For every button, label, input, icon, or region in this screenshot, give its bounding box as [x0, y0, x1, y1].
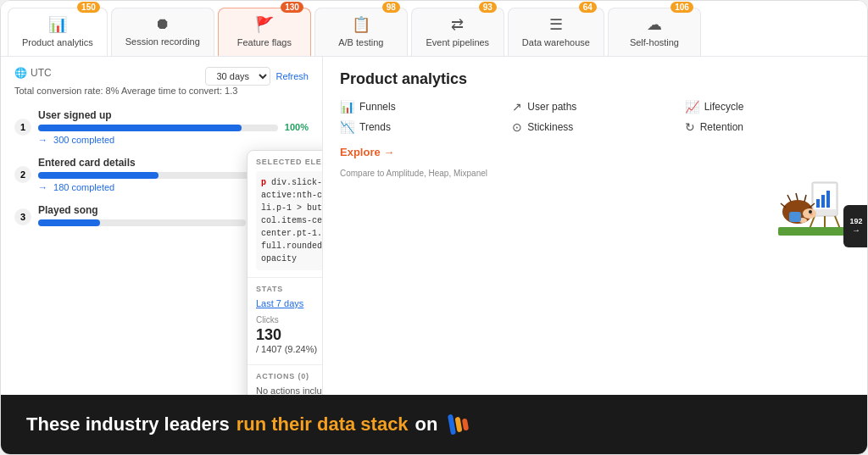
- svg-line-10: [796, 193, 798, 200]
- clicks-value: 130: [256, 326, 317, 344]
- tab-label-data-warehouse: Data warehouse: [522, 37, 590, 47]
- tab-badge-product-analytics: 150: [77, 2, 100, 13]
- next-arrow-button[interactable]: 192 →: [843, 205, 867, 247]
- funnel-step-1: 1 User signed up → 300 completed 100%: [14, 109, 309, 145]
- banner-text-orange: run their data stack: [236, 413, 409, 436]
- popup-stats-row: Clicks 130 / 1407 (9.24%) Ranking # 3: [256, 315, 323, 354]
- banner-text-white: These industry leaders: [26, 413, 230, 436]
- arrow-badge: 192: [849, 217, 862, 225]
- popup-selected-title: SELECTED ELEMENT: [256, 158, 323, 166]
- session-recording-icon: ⏺: [155, 15, 170, 33]
- trends-icon: 📉: [340, 120, 354, 134]
- step-bar-fill-3: [38, 219, 100, 226]
- step-bar-fill-2: [38, 172, 159, 179]
- stickiness-icon: ⊙: [512, 120, 522, 134]
- retention-label: Retention: [700, 121, 743, 133]
- popup-actions-title: ACTIONS (0): [256, 372, 323, 380]
- step-bar-bg-1: [38, 125, 278, 131]
- popup-overlay: SELECTED ELEMENT p div.slick-slide.slick…: [247, 150, 323, 395]
- app-container: 📊 Product analytics 150 ⏺ Session record…: [0, 0, 868, 455]
- feature-funnels[interactable]: 📊 Funnels: [340, 100, 505, 114]
- svg-point-15: [809, 210, 812, 214]
- svg-line-6: [835, 216, 840, 229]
- bottom-banner: These industry leaders run their data st…: [1, 395, 867, 454]
- lifecycle-icon: 📈: [685, 100, 699, 114]
- tab-self-hosting[interactable]: ☁ Self-hosting 106: [608, 8, 701, 56]
- step-number-2: 2: [14, 166, 31, 183]
- posthog-logo: [448, 414, 469, 435]
- globe-icon: 🌐: [14, 67, 27, 79]
- step-bar-fill-1: [38, 125, 242, 131]
- tab-label-self-hosting: Self-hosting: [630, 37, 679, 47]
- svg-point-14: [803, 208, 816, 219]
- step-number-1: 1: [14, 119, 31, 136]
- popup-code: p div.slick-slide.slick-active:nth-child…: [256, 171, 323, 270]
- tab-ab-testing[interactable]: 📋 A/B testing 98: [314, 8, 408, 56]
- tab-badge-self-hosting: 106: [670, 2, 693, 13]
- refresh-link[interactable]: Refresh: [275, 71, 309, 81]
- date-select[interactable]: 30 days: [205, 67, 270, 86]
- svg-rect-2: [816, 199, 820, 208]
- tab-feature-flags[interactable]: 🚩 Feature flags 130: [218, 8, 311, 56]
- main-content: 🌐 UTC Total conversion rate: 8% Average …: [1, 57, 867, 395]
- step-title-1: User signed up: [38, 109, 278, 121]
- user-paths-label: User paths: [527, 101, 576, 113]
- step-content-1: User signed up → 300 completed: [38, 109, 278, 145]
- step-completed-1: → 300 completed: [38, 135, 278, 145]
- svg-line-11: [804, 195, 806, 202]
- banner-text-white2: on: [415, 413, 438, 436]
- popup-no-actions: No actions include this element: [256, 386, 323, 395]
- feature-user-paths[interactable]: ↗ User paths: [512, 100, 677, 114]
- step-completed-2: → 180 completed: [38, 182, 257, 192]
- step-bar-bg-2: [38, 172, 257, 179]
- popup-actions-section: ACTIONS (0) No actions include this elem…: [248, 365, 323, 395]
- data-warehouse-icon: ☰: [549, 15, 563, 34]
- feature-flags-icon: 🚩: [255, 15, 274, 34]
- svg-rect-4: [826, 191, 830, 208]
- feature-stickiness[interactable]: ⊙ Stickiness: [512, 120, 677, 134]
- feature-grid: 📊 Funnels ↗ User paths 📈 Lifecycle 📉 Tre…: [340, 100, 850, 134]
- right-panel-title: Product analytics: [340, 70, 850, 88]
- popup-last-days[interactable]: Last 7 days: [256, 298, 303, 308]
- step-title-3: Played song: [38, 204, 246, 216]
- tab-label-event-pipelines: Event pipelines: [426, 37, 490, 47]
- ab-testing-icon: 📋: [352, 15, 370, 34]
- product-analytics-icon: 📊: [48, 15, 67, 34]
- retention-icon: ↻: [685, 120, 695, 134]
- tab-bar: 📊 Product analytics 150 ⏺ Session record…: [1, 1, 867, 57]
- tab-session-recording[interactable]: ⏺ Session recording: [111, 8, 214, 56]
- clicks-sub: / 1407 (9.24%): [256, 344, 317, 354]
- clicks-label: Clicks: [256, 315, 317, 325]
- explore-link[interactable]: Explore →: [340, 146, 850, 158]
- step-title-2: Entered card details: [38, 157, 257, 169]
- feature-lifecycle[interactable]: 📈 Lifecycle: [685, 100, 850, 114]
- tab-product-analytics[interactable]: 📊 Product analytics 150: [8, 8, 108, 56]
- feature-trends[interactable]: 📉 Trends: [340, 120, 505, 134]
- step-pct-1: 100%: [285, 122, 309, 132]
- user-paths-icon: ↗: [512, 100, 522, 114]
- svg-point-16: [810, 214, 813, 215]
- funnels-label: Funnels: [359, 101, 396, 113]
- feature-retention[interactable]: ↻ Retention: [685, 120, 850, 134]
- popup-stats-title: STATS: [256, 285, 323, 293]
- lifecycle-label: Lifecycle: [704, 101, 744, 113]
- tab-badge-feature-flags: 130: [281, 2, 303, 13]
- step-content-3: Played song: [38, 204, 246, 230]
- stickiness-label: Stickiness: [527, 121, 573, 133]
- popup-selected-section: SELECTED ELEMENT p div.slick-slide.slick…: [248, 151, 323, 278]
- tab-label-product-analytics: Product analytics: [22, 37, 93, 47]
- popup-stats-section: STATS Last 7 days Clicks 130 / 1407 (9.2…: [248, 278, 323, 365]
- arrow-icon: →: [852, 225, 860, 235]
- tab-data-warehouse[interactable]: ☰ Data warehouse 64: [508, 8, 604, 56]
- tab-label-feature-flags: Feature flags: [237, 37, 292, 47]
- svg-rect-18: [789, 212, 801, 222]
- stats-row: Total conversion rate: 8% Average time t…: [14, 86, 309, 96]
- svg-rect-19: [778, 227, 846, 236]
- step-bar-bg-3: [38, 219, 246, 226]
- tab-event-pipelines[interactable]: ⇄ Event pipelines 93: [411, 8, 504, 56]
- hedgehog-illustration: [765, 161, 850, 237]
- svg-rect-3: [821, 195, 825, 208]
- date-row: 30 days Refresh: [205, 67, 309, 86]
- tab-label-session-recording: Session recording: [125, 36, 200, 47]
- event-pipelines-icon: ⇄: [451, 15, 464, 34]
